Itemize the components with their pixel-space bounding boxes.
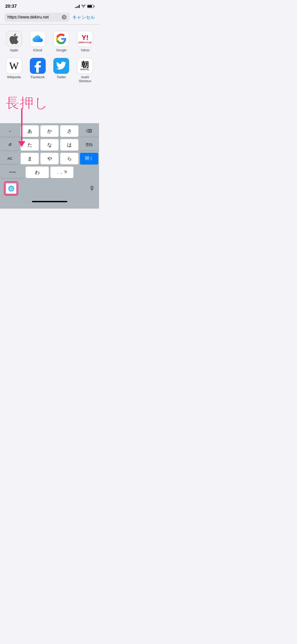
status-icons bbox=[75, 5, 94, 8]
wikipedia-label: Wikipedia bbox=[7, 75, 21, 80]
annotation-area: 長押し bbox=[0, 89, 99, 123]
key-ma[interactable]: ま bbox=[21, 153, 39, 164]
fav-item-icloud[interactable]: iCloud bbox=[26, 29, 50, 56]
twitter-icon bbox=[53, 58, 69, 74]
url-text: https://www.dekiru.net bbox=[7, 15, 49, 20]
keyboard-row-1: → あ か さ ⌫ bbox=[1, 125, 98, 137]
key-wa[interactable]: わ bbox=[26, 167, 49, 178]
fav-item-twitter[interactable]: Twitter bbox=[50, 56, 73, 87]
arrow-annotation bbox=[18, 109, 25, 147]
globe-key-highlight[interactable]: 🌐 bbox=[4, 181, 18, 196]
mic-key[interactable]: 🎙 bbox=[89, 185, 95, 192]
url-input[interactable]: https://www.dekiru.net ✕ bbox=[4, 13, 70, 22]
key-ya[interactable]: や bbox=[40, 153, 59, 164]
status-bar: 20:37 bbox=[0, 0, 99, 11]
key-undo[interactable]: ↺ bbox=[1, 139, 19, 151]
fav-item-asahi[interactable]: 朝 DIGITAL AsahiShimbun bbox=[73, 56, 97, 87]
asahi-label: AsahiShimbun bbox=[79, 75, 91, 84]
key-ac[interactable]: AC bbox=[1, 153, 19, 164]
key-ra[interactable]: ら bbox=[60, 153, 78, 164]
fav-item-yahoo[interactable]: Y! yahoo.co.jp Yahoo bbox=[73, 29, 97, 56]
url-bar: https://www.dekiru.net ✕ キャンセル bbox=[0, 11, 99, 24]
annotation-text: 長押し bbox=[5, 94, 48, 113]
key-na[interactable]: な bbox=[40, 139, 59, 151]
keyboard-row-2: ↺ た な は 空白 bbox=[1, 139, 98, 151]
facebook-label: Facebook bbox=[31, 75, 45, 80]
fav-item-wikipedia[interactable]: W Wikipedia bbox=[2, 56, 26, 87]
key-ka[interactable]: か bbox=[40, 125, 59, 137]
keyboard-row-4: 〜〜 わ 、。?! bbox=[1, 167, 98, 178]
key-ha[interactable]: は bbox=[60, 139, 78, 151]
fav-item-apple[interactable]: Apple bbox=[2, 29, 26, 56]
key-tab[interactable]: → bbox=[1, 125, 19, 137]
key-punct[interactable]: 、。?! bbox=[50, 167, 74, 178]
keyboard-row-3: AC ま や ら 開く bbox=[1, 153, 98, 164]
keyboard-bottom-row: 🌐 🎙 bbox=[1, 180, 98, 198]
keyboard: → あ か さ ⌫ ↺ た な は 空白 AC ま や ら 開く 〜〜 わ 、。… bbox=[0, 123, 99, 199]
facebook-icon bbox=[30, 58, 46, 74]
signal-icon bbox=[75, 5, 80, 8]
google-label: Google bbox=[56, 48, 67, 53]
favorites-grid: Apple iCloud bbox=[0, 25, 99, 89]
apple-label: Apple bbox=[10, 48, 18, 53]
apple-icon bbox=[6, 31, 22, 47]
wikipedia-icon: W bbox=[6, 58, 22, 74]
battery-icon bbox=[87, 5, 94, 8]
globe-key[interactable]: 🌐 bbox=[5, 183, 17, 194]
icloud-icon bbox=[30, 31, 46, 47]
fav-item-facebook[interactable]: Facebook bbox=[26, 56, 50, 87]
yahoo-label: Yahoo bbox=[81, 48, 89, 53]
bottom-bar bbox=[0, 199, 99, 209]
wifi-icon bbox=[81, 5, 86, 8]
key-wave[interactable]: 〜〜 bbox=[1, 167, 24, 178]
key-backspace[interactable]: ⌫ bbox=[80, 125, 98, 137]
key-space[interactable]: 空白 bbox=[80, 139, 98, 151]
url-clear-button[interactable]: ✕ bbox=[62, 15, 67, 20]
fav-item-google[interactable]: Google bbox=[50, 29, 73, 56]
key-sa[interactable]: さ bbox=[60, 125, 78, 137]
google-icon bbox=[53, 31, 69, 47]
yahoo-icon: Y! yahoo.co.jp bbox=[77, 31, 93, 47]
status-time: 20:37 bbox=[5, 4, 17, 9]
key-open[interactable]: 開く bbox=[80, 153, 98, 164]
cancel-button[interactable]: キャンセル bbox=[72, 14, 95, 20]
asahi-icon: 朝 DIGITAL bbox=[77, 58, 93, 74]
home-indicator bbox=[32, 201, 67, 202]
twitter-label: Twitter bbox=[57, 75, 66, 80]
icloud-label: iCloud bbox=[33, 48, 42, 53]
